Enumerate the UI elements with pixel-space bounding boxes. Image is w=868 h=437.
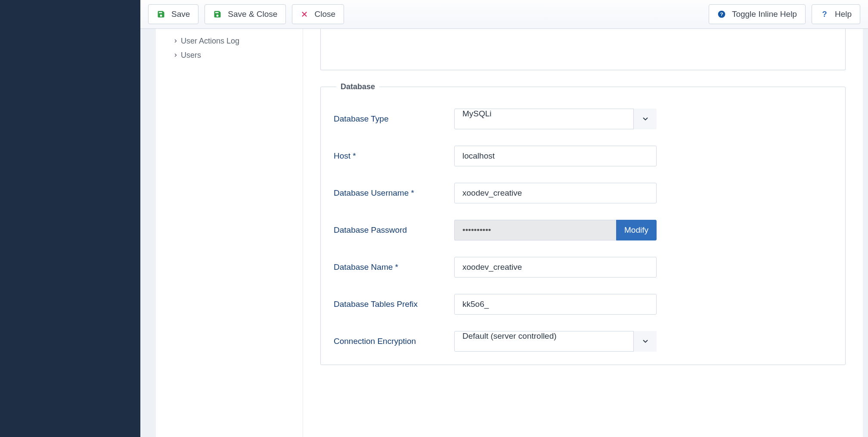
database-type-select[interactable]: MySQLi <box>454 109 657 129</box>
fieldset-legend: Database <box>336 82 379 91</box>
close-icon <box>301 10 308 18</box>
chevron-right-icon <box>173 37 178 46</box>
row-db-username: Database Username * <box>334 183 832 203</box>
label-db-prefix: Database Tables Prefix <box>334 300 454 309</box>
previous-fieldset-remnant <box>320 29 846 70</box>
conn-encryption-select[interactable]: Default (server controlled) <box>454 331 657 352</box>
primary-nav-sidebar <box>0 0 140 437</box>
database-fieldset: Database Database Type MySQLi Host * <box>320 82 846 365</box>
scrollbar[interactable] <box>863 29 868 437</box>
help-button-label: Help <box>835 9 852 19</box>
help-icon: ? <box>820 10 829 19</box>
row-conn-encryption: Connection Encryption Default (server co… <box>334 331 832 352</box>
row-db-password: Database Password Modify <box>334 220 832 240</box>
save-icon <box>157 10 165 19</box>
sidebar-item-label: Users <box>181 51 201 60</box>
label-db-password: Database Password <box>334 225 454 235</box>
row-db-name: Database Name * <box>334 257 832 278</box>
save-button[interactable]: Save <box>148 4 198 24</box>
row-host: Host * <box>334 146 832 166</box>
settings-sidebar: User Actions Log Users <box>156 29 303 437</box>
help-button[interactable]: ? Help <box>812 4 860 24</box>
main-area: Save Save & Close Close ? Toggle Inline … <box>140 0 868 437</box>
toggle-inline-help-label: Toggle Inline Help <box>732 9 797 19</box>
label-db-username: Database Username * <box>334 188 454 198</box>
label-conn-encryption: Connection Encryption <box>334 337 454 346</box>
db-prefix-input[interactable] <box>454 294 657 315</box>
label-database-type: Database Type <box>334 114 454 124</box>
info-icon: ? <box>717 10 726 19</box>
modify-password-button[interactable]: Modify <box>616 220 657 240</box>
toggle-inline-help-button[interactable]: ? Toggle Inline Help <box>709 4 806 24</box>
save-button-label: Save <box>171 9 190 19</box>
db-name-input[interactable] <box>454 257 657 278</box>
app-root: Save Save & Close Close ? Toggle Inline … <box>0 0 868 437</box>
sidebar-item-label: User Actions Log <box>181 37 239 46</box>
sidebar-item-users[interactable]: Users <box>173 48 291 62</box>
content-row: User Actions Log Users Database Datab <box>140 29 868 437</box>
toolbar: Save Save & Close Close ? Toggle Inline … <box>140 0 868 29</box>
close-button[interactable]: Close <box>292 4 344 24</box>
chevron-right-icon <box>173 51 178 60</box>
save-close-button-label: Save & Close <box>228 9 277 19</box>
form-area: Database Database Type MySQLi Host * <box>303 29 863 437</box>
label-db-name: Database Name * <box>334 262 454 272</box>
save-close-button[interactable]: Save & Close <box>205 4 286 24</box>
host-input[interactable] <box>454 146 657 166</box>
svg-text:?: ? <box>720 11 723 17</box>
db-username-input[interactable] <box>454 183 657 203</box>
label-host: Host * <box>334 151 454 161</box>
sidebar-item-user-actions-log[interactable]: User Actions Log <box>173 34 291 48</box>
svg-text:?: ? <box>822 10 827 19</box>
save-icon <box>213 10 222 19</box>
db-password-input <box>454 220 616 240</box>
row-db-prefix: Database Tables Prefix <box>334 294 832 315</box>
close-button-label: Close <box>314 9 335 19</box>
row-database-type: Database Type MySQLi <box>334 109 832 129</box>
